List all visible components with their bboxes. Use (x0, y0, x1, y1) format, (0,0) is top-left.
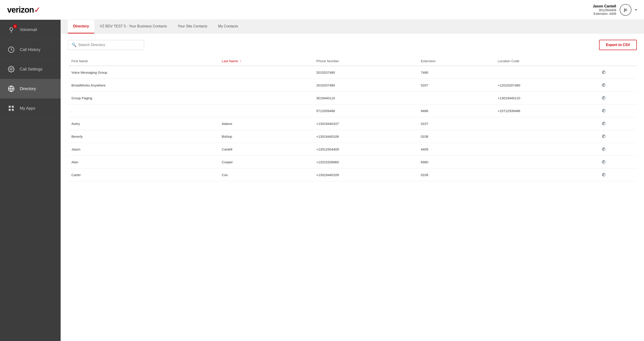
table-row: AlanCooper+120152069606960✆ (68, 156, 637, 168)
table-row: Voice Messaging Group20152074807480✆ (68, 66, 637, 79)
cell-location-code (494, 117, 598, 130)
cell-phone-number: 2015207480 (312, 79, 417, 92)
cell-last-name: Cox (218, 168, 313, 181)
cell-phone-number: +13019440108 (312, 130, 417, 143)
cell-call-button[interactable]: ✆ (598, 79, 637, 92)
cell-last-name (218, 66, 313, 79)
content-area: Directory VZ BDV TEST 5 - Your Business … (61, 20, 644, 341)
cell-call-button[interactable]: ✆ (598, 66, 637, 79)
phone-icon[interactable]: ✆ (602, 108, 606, 113)
cell-extension: 0109 (417, 168, 494, 181)
cell-phone-number: 5712939486 (312, 105, 417, 117)
phone-icon[interactable]: ✆ (602, 172, 606, 177)
directory-content: 🔍 Export to CSV First Name Last Name ↑ P… (61, 34, 644, 341)
user-menu-dropdown[interactable]: ▾ (635, 8, 637, 12)
phone-icon[interactable]: ✆ (602, 70, 606, 75)
directory-table: First Name Last Name ↑ Phone Number Exte… (68, 56, 637, 181)
voicemail-icon: ⚲ 1 (7, 26, 15, 34)
sidebar-item-my-apps[interactable]: My Apps (0, 99, 61, 118)
cell-location-code (494, 143, 598, 156)
cell-extension: 0107 (417, 117, 494, 130)
cell-location-code: +12015207480 (494, 79, 598, 92)
user-phone: 3012504409 (593, 8, 616, 12)
svg-rect-7 (12, 109, 14, 111)
cell-call-button[interactable]: ✆ (598, 168, 637, 181)
cell-last-name (218, 92, 313, 105)
cell-last-name (218, 105, 313, 117)
sidebar-item-call-settings[interactable]: Call Settings (0, 60, 61, 79)
phone-icon[interactable]: ✆ (602, 147, 606, 152)
sidebar-label-call-history: Call History (20, 47, 40, 52)
cell-call-button[interactable]: ✆ (598, 156, 637, 168)
sidebar-label-call-settings: Call Settings (20, 67, 42, 72)
col-first-name: First Name (68, 56, 218, 66)
avatar[interactable]: jc (620, 4, 632, 16)
cell-phone-number: +13012504409 (312, 143, 417, 156)
table-row: JasonCantell+130125044094409✆ (68, 143, 637, 156)
table-row: BeverlyBishop+130194401080108✆ (68, 130, 637, 143)
cell-location-code (494, 156, 598, 168)
search-icon: 🔍 (72, 43, 76, 47)
cell-last-name: Adams (218, 117, 313, 130)
user-extension: Extension: 4409 (593, 12, 616, 16)
logo-checkmark: ✓ (34, 5, 41, 15)
search-export-row: 🔍 Export to CSV (68, 40, 637, 50)
table-row: CarterCox+130194401090109✆ (68, 168, 637, 181)
sidebar: ⚲ 1 Voicemail Call History Ca (0, 20, 61, 341)
table-row: BroadWorks Anywhere20152074805207+120152… (68, 79, 637, 92)
cell-first-name: Voice Messaging Group (68, 66, 218, 79)
phone-icon[interactable]: ✆ (602, 96, 606, 100)
cell-location-code: +13019440110 (494, 92, 598, 105)
tab-site-contacts[interactable]: Your Site Contacts (172, 20, 213, 34)
svg-rect-5 (12, 106, 14, 108)
cell-call-button[interactable]: ✆ (598, 117, 637, 130)
cell-extension: 7480 (417, 66, 494, 79)
sidebar-label-directory: Directory (20, 87, 36, 91)
search-box[interactable]: 🔍 (68, 40, 144, 50)
tab-my-contacts[interactable]: My Contacts (213, 20, 244, 34)
sort-arrow-icon: ↑ (240, 59, 242, 63)
cell-extension (417, 92, 494, 105)
tabs-bar: Directory VZ BDV TEST 5 - Your Business … (61, 20, 644, 34)
cell-extension: 6960 (417, 156, 494, 168)
cell-call-button[interactable]: ✆ (598, 143, 637, 156)
sidebar-item-call-history[interactable]: Call History (0, 40, 61, 60)
sidebar-item-directory[interactable]: Directory (0, 79, 61, 99)
col-phone-number: Phone Number (312, 56, 417, 66)
export-csv-button[interactable]: Export to CSV (599, 40, 637, 50)
logo: verizon✓ (7, 5, 41, 15)
col-extension: Extension (417, 56, 494, 66)
cell-phone-number: +13019440107 (312, 117, 417, 130)
cell-last-name: Bishop (218, 130, 313, 143)
cell-first-name: Jason (68, 143, 218, 156)
cell-last-name: Cantell (218, 143, 313, 156)
search-input[interactable] (78, 43, 140, 47)
table-row: Group Paging3019440110+13019440110✆ (68, 92, 637, 105)
sidebar-item-voicemail[interactable]: ⚲ 1 Voicemail (0, 20, 61, 40)
cell-phone-number: +12015206960 (312, 156, 417, 168)
cell-extension: 9486 (417, 105, 494, 117)
cell-first-name: Beverly (68, 130, 218, 143)
phone-icon[interactable]: ✆ (602, 134, 606, 139)
tab-business-contacts[interactable]: VZ BDV TEST 5 - Your Business Contacts (94, 20, 172, 34)
cell-last-name (218, 79, 313, 92)
tab-directory[interactable]: Directory (68, 20, 94, 34)
clock-icon (7, 46, 15, 53)
cell-extension: 5207 (417, 79, 494, 92)
cell-call-button[interactable]: ✆ (598, 92, 637, 105)
top-header: verizon✓ Jason Cantell 3012504409 Extens… (0, 0, 644, 20)
cell-first-name: Group Paging (68, 92, 218, 105)
user-info: Jason Cantell 3012504409 Extension: 4409… (593, 4, 637, 16)
cell-first-name: BroadWorks Anywhere (68, 79, 218, 92)
phone-icon[interactable]: ✆ (602, 160, 606, 164)
phone-icon[interactable]: ✆ (602, 121, 606, 126)
table-row: AveryAdams+130194401070107✆ (68, 117, 637, 130)
cell-call-button[interactable]: ✆ (598, 130, 637, 143)
cell-location-code (494, 130, 598, 143)
main-layout: ⚲ 1 Voicemail Call History Ca (0, 20, 644, 341)
phone-icon[interactable]: ✆ (602, 83, 606, 88)
logo-text: verizon (7, 5, 34, 15)
cell-call-button[interactable]: ✆ (598, 105, 637, 117)
col-location-code: Location Code (494, 56, 598, 66)
col-last-name[interactable]: Last Name ↑ (218, 56, 313, 66)
